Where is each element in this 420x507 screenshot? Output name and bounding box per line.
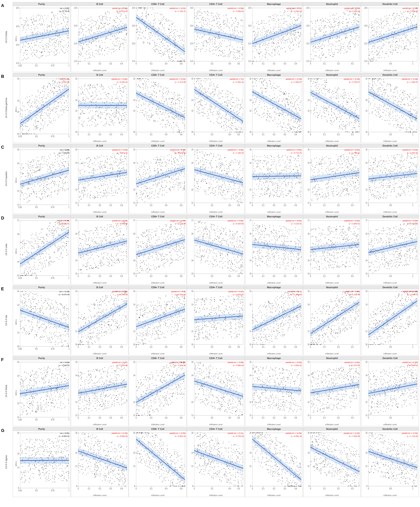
svg-point-2217 [325, 40, 326, 41]
svg-point-19931 [323, 444, 323, 445]
svg-point-3016 [56, 92, 57, 92]
svg-point-6490 [104, 193, 104, 194]
svg-point-217 [39, 20, 39, 21]
svg-text:0.4: 0.4 [165, 133, 168, 136]
svg-point-16297 [213, 395, 213, 395]
svg-point-19074 [238, 445, 238, 446]
svg-point-7396 [194, 186, 195, 186]
svg-point-8090 [337, 170, 338, 171]
svg-point-1853 [290, 33, 291, 34]
svg-point-4967 [264, 80, 264, 80]
svg-point-15011 [64, 374, 64, 375]
svg-point-1018 [157, 43, 157, 44]
svg-point-14802 [30, 403, 31, 404]
svg-point-20261 [408, 483, 408, 484]
svg-point-14567 [408, 324, 408, 325]
svg-point-19819 [349, 450, 350, 450]
svg-point-6974 [166, 185, 166, 186]
svg-point-6157 [31, 179, 31, 180]
svg-point-8156 [356, 178, 356, 179]
svg-point-20198 [414, 484, 414, 484]
svg-point-5002 [297, 130, 298, 131]
svg-point-4541 [232, 126, 232, 126]
svg-point-18086 [123, 461, 123, 462]
svg-point-8110 [344, 159, 344, 159]
svg-point-13981 [342, 324, 343, 325]
svg-point-15685 [138, 405, 138, 406]
svg-point-5383 [326, 82, 326, 83]
svg-point-938 [153, 28, 153, 28]
svg-point-2762 [410, 37, 411, 38]
svg-point-10194 [210, 234, 210, 234]
svg-point-12779 [170, 316, 171, 317]
svg-point-11062 [323, 254, 323, 254]
svg-point-10943 [351, 239, 352, 240]
svg-point-860 [160, 39, 160, 40]
svg-point-20388 [374, 452, 374, 452]
svg-point-17964 [50, 465, 51, 465]
svg-point-17273 [399, 388, 399, 389]
svg-point-2855 [400, 53, 401, 53]
svg-point-1058 [174, 38, 175, 39]
svg-point-20167 [375, 442, 375, 443]
svg-point-17455 [372, 401, 372, 401]
svg-point-5984 [48, 156, 49, 156]
svg-point-5625 [415, 119, 416, 120]
svg-point-9827 [153, 253, 153, 253]
svg-point-19712 [330, 443, 331, 444]
svg-point-500 [85, 42, 85, 42]
svg-point-4781 [299, 120, 299, 121]
svg-point-19202 [235, 445, 235, 445]
svg-point-8653 [379, 199, 379, 199]
svg-point-7679 [282, 191, 283, 192]
svg-point-7069 [147, 178, 147, 179]
svg-point-10248 [216, 259, 216, 260]
svg-point-2547 [409, 49, 409, 50]
svg-point-10384 [215, 232, 215, 233]
svg-point-12695 [146, 308, 146, 308]
svg-point-740 [88, 50, 89, 50]
svg-point-2068 [290, 50, 290, 51]
svg-text:16: 16 [75, 232, 77, 235]
svg-point-2479 [346, 23, 347, 23]
svg-point-5973 [27, 170, 27, 171]
svg-point-20440 [376, 470, 376, 470]
svg-point-9381 [82, 253, 82, 254]
svg-point-3296 [53, 95, 54, 95]
svg-point-9082 [55, 245, 55, 246]
svg-point-19145 [199, 458, 200, 459]
svg-point-14611 [391, 321, 391, 322]
svg-point-7312 [205, 191, 206, 192]
svg-point-2247 [337, 38, 337, 39]
svg-point-10979 [311, 229, 311, 230]
svg-point-5285 [316, 88, 316, 88]
svg-point-9339 [123, 239, 124, 240]
svg-point-17229 [405, 401, 405, 401]
svg-point-1690 [272, 15, 272, 16]
svg-point-215 [63, 30, 63, 31]
svg-point-12297 [109, 325, 110, 326]
svg-point-11604 [377, 229, 377, 230]
svg-point-18108 [91, 449, 92, 449]
svg-point-2278 [312, 29, 312, 29]
svg-point-18534 [154, 449, 154, 449]
svg-point-7245 [199, 190, 199, 190]
svg-point-10121 [225, 228, 226, 229]
svg-point-18221 [112, 483, 112, 484]
svg-point-7158 [196, 187, 196, 188]
svg-point-7421 [234, 170, 234, 170]
svg-point-18139 [96, 456, 97, 456]
svg-point-18464 [154, 437, 154, 438]
svg-point-11158 [355, 240, 356, 240]
svg-point-17551 [395, 398, 395, 398]
svg-point-17759 [50, 451, 50, 451]
svg-text:10: 10 [17, 345, 19, 348]
svg-point-3645 [109, 107, 109, 108]
svg-point-1217 [142, 20, 142, 20]
svg-point-1275 [238, 51, 238, 52]
svg-point-5064 [329, 97, 329, 98]
svg-point-937 [159, 53, 159, 53]
svg-point-17270 [370, 379, 371, 380]
svg-text:0.5: 0.5 [390, 487, 392, 490]
svg-point-11377 [379, 266, 379, 267]
